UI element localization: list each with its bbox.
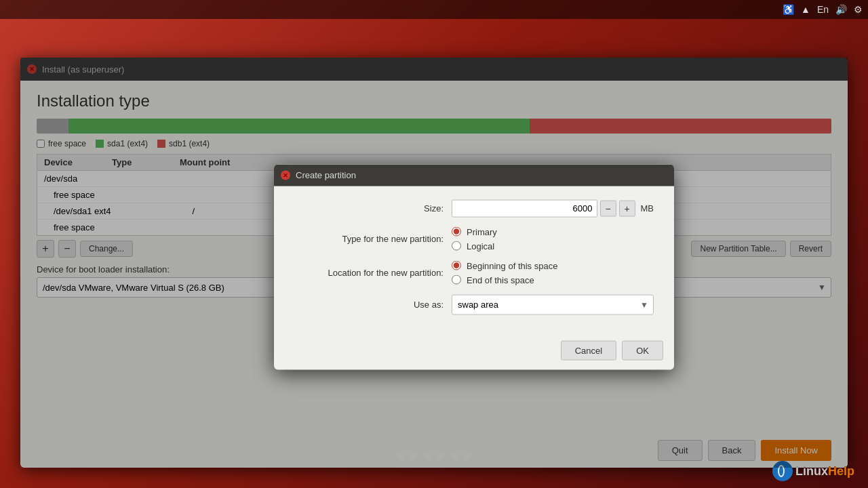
language-icon[interactable]: En — [817, 4, 829, 15]
radio-beginning-input[interactable] — [452, 261, 461, 270]
size-control: − + MB — [452, 199, 654, 217]
network-icon[interactable]: ▲ — [801, 4, 810, 15]
use-as-control: swap area Ext4 journaling file system Ex… — [452, 294, 654, 314]
window-content: Installation type free space sda1 (ext4)… — [20, 81, 848, 468]
partition-location-radio-group: Beginning of this space End of this spac… — [452, 260, 557, 285]
cancel-button[interactable]: Cancel — [561, 340, 616, 360]
radio-end-label: End of this space — [467, 274, 534, 285]
radio-end-input[interactable] — [452, 275, 461, 285]
use-as-label: Use as: — [294, 300, 443, 310]
top-bar: ♿ ▲ En 🔊 ⚙ — [0, 0, 868, 19]
dialog-close-button[interactable]: ✕ — [281, 170, 290, 180]
partition-type-radio-group: Primary Logical — [452, 226, 497, 251]
size-input[interactable] — [452, 199, 597, 217]
use-as-row: Use as: swap area Ext4 journaling file s… — [294, 294, 654, 314]
dialog-titlebar: ✕ Create partition — [274, 164, 674, 186]
radio-beginning[interactable]: Beginning of this space — [452, 260, 557, 270]
partition-location-control: Beginning of this space End of this spac… — [452, 260, 654, 285]
svg-point-2 — [779, 466, 783, 476]
partition-type-row: Type for the new partition: Primary Logi… — [294, 226, 654, 251]
dialog-footer: Cancel OK — [274, 335, 674, 369]
radio-end[interactable]: End of this space — [452, 274, 557, 285]
settings-icon[interactable]: ⚙ — [854, 4, 863, 15]
create-partition-dialog: ✕ Create partition Size: − + MB Type for — [274, 164, 674, 369]
radio-primary[interactable]: Primary — [452, 226, 497, 237]
size-increment-button[interactable]: + — [619, 200, 635, 216]
size-label: Size: — [294, 203, 443, 214]
use-as-select[interactable]: swap area Ext4 journaling file system Ex… — [452, 294, 654, 314]
dialog-title: Create partition — [296, 170, 356, 180]
accessibility-icon[interactable]: ♿ — [783, 4, 794, 15]
radio-primary-label: Primary — [467, 226, 497, 237]
size-row: Size: − + MB — [294, 199, 654, 217]
ok-button[interactable]: OK — [622, 340, 663, 360]
radio-beginning-label: Beginning of this space — [467, 260, 557, 270]
volume-icon[interactable]: 🔊 — [835, 4, 847, 15]
size-decrement-button[interactable]: − — [600, 200, 616, 216]
dialog-body: Size: − + MB Type for the new partition: — [274, 186, 674, 335]
use-as-select-wrapper: swap area Ext4 journaling file system Ex… — [452, 294, 654, 314]
partition-location-label: Location for the new partition: — [294, 268, 443, 278]
partition-location-row: Location for the new partition: Beginnin… — [294, 260, 654, 285]
radio-logical-input[interactable] — [452, 241, 461, 251]
installer-window: ✕ Install (as superuser) Installation ty… — [20, 58, 848, 468]
radio-primary-input[interactable] — [452, 227, 461, 237]
radio-logical[interactable]: Logical — [452, 241, 497, 251]
size-unit: MB — [641, 203, 654, 214]
partition-type-label: Type for the new partition: — [294, 234, 443, 244]
radio-logical-label: Logical — [467, 241, 494, 251]
partition-type-control: Primary Logical — [452, 226, 654, 251]
